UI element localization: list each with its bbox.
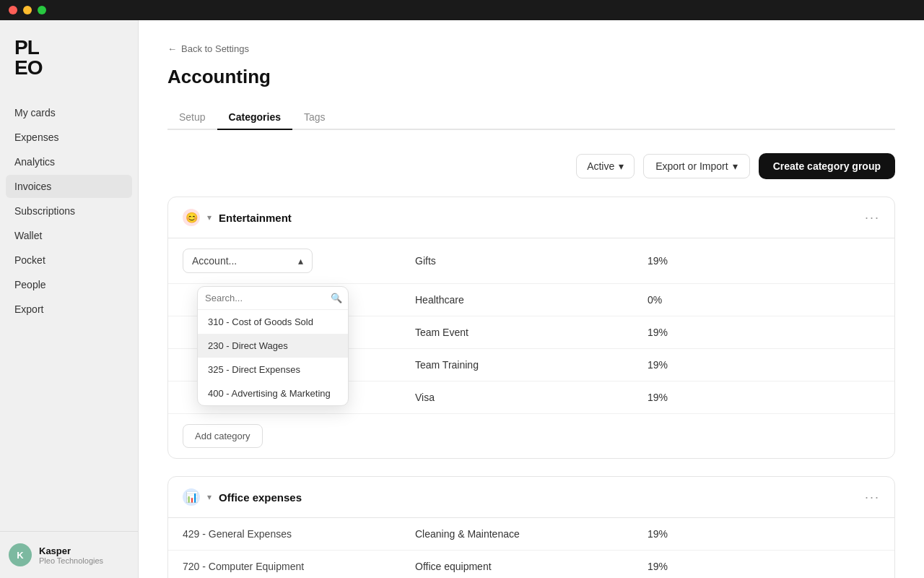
app-logo: PLEO [14,38,123,78]
toolbar: Active ▾ Export or Import ▾ Create categ… [167,153,895,179]
sidebar-item-analytics[interactable]: Analytics [6,150,132,173]
active-filter-button[interactable]: Active ▾ [576,154,635,178]
sidebar-item-invoices[interactable]: Invoices [6,175,132,198]
add-category-row: Add category [168,414,894,458]
category-row-gifts: Account... ▴ 🔍 310 - Cost of Goods Sold … [168,238,894,284]
back-arrow-icon: ← [167,43,177,54]
chevron-down-icon[interactable]: ▾ [207,492,212,502]
group-title: Office expenses [219,491,302,504]
back-link[interactable]: ← Back to Settings [167,43,895,54]
dropdown-item-400[interactable]: 400 - Advertising & Marketing [198,381,348,405]
dropdown-search-input[interactable] [205,293,326,303]
category-rate: 19% [648,255,880,267]
category-row-cleaning: 429 - General Expenses Cleaning & Mainte… [168,518,894,551]
category-group-office-expenses: 📊 ▾ Office expenses ··· 429 - General Ex… [167,476,895,578]
dropdown-item-230[interactable]: 230 - Direct Wages [198,334,348,358]
export-import-button[interactable]: Export or Import ▾ [643,154,749,178]
chevron-down-icon[interactable]: ▾ [207,212,212,223]
group-header-office: 📊 ▾ Office expenses ··· [168,477,894,518]
group-icon-entertainment: 😊 [183,209,200,226]
user-area: K Kasper Pleo Technologies [0,531,138,578]
category-rate: 19% [648,327,880,338]
chevron-down-icon: ▾ [619,160,624,172]
chevron-up-icon: ▴ [298,255,303,267]
user-company: Pleo Technologies [39,556,103,565]
account-dropdown-menu: 🔍 310 - Cost of Goods Sold 230 - Direct … [197,286,349,406]
avatar: K [9,543,32,566]
account-cell: 429 - General Expenses [183,528,415,540]
group-icon-office: 📊 [183,488,200,506]
category-name: Team Event [415,327,648,338]
sidebar-item-expenses[interactable]: Expenses [6,126,132,149]
category-name: Gifts [415,255,648,267]
tab-tags[interactable]: Tags [292,105,337,130]
category-name: Cleaning & Maintenace [415,528,648,540]
group-more-button[interactable]: ··· [865,490,880,505]
category-group-entertainment: 😊 ▾ Entertainment ··· Account... ▴ [167,197,895,459]
titlebar [0,0,924,20]
add-category-button[interactable]: Add category [183,424,263,448]
tab-setup[interactable]: Setup [167,105,217,130]
user-name: Kasper [39,545,103,556]
chevron-down-icon: ▾ [733,160,738,172]
category-name: Visa [415,392,648,403]
close-dot[interactable] [9,6,17,14]
sidebar-item-wallet[interactable]: Wallet [6,224,132,247]
user-info: Kasper Pleo Technologies [39,545,103,565]
main-content: ← Back to Settings Accounting Setup Cate… [139,0,924,578]
sidebar-item-subscriptions[interactable]: Subscriptions [6,199,132,223]
create-category-group-button[interactable]: Create category group [759,153,895,179]
sidebar-item-pocket[interactable]: Pocket [6,249,132,272]
page-title: Accounting [167,66,895,88]
category-rate: 0% [648,294,880,306]
category-table-entertainment: Account... ▴ 🔍 310 - Cost of Goods Sold … [168,238,894,458]
category-name: Team Training [415,359,648,371]
account-cell: 720 - Computer Equipment [183,561,415,572]
category-row-office-equipment: 720 - Computer Equipment Office equipmen… [168,551,894,578]
dropdown-item-325[interactable]: 325 - Direct Expenses [198,358,348,381]
category-rate: 19% [648,561,880,572]
category-rate: 19% [648,359,880,371]
dropdown-search-area: 🔍 [198,287,348,310]
nav-items: My cards Expenses Analytics Invoices Sub… [0,101,138,531]
group-more-button[interactable]: ··· [865,210,880,225]
account-dropdown-container: Account... ▴ 🔍 310 - Cost of Goods Sold … [183,249,415,273]
dropdown-item-310[interactable]: 310 - Cost of Goods Sold [198,310,348,334]
group-title: Entertainment [219,212,292,224]
sidebar-item-people[interactable]: People [6,273,132,296]
sidebar-item-my-cards[interactable]: My cards [6,101,132,124]
group-title-area: 📊 ▾ Office expenses [183,488,302,506]
sidebar-item-export[interactable]: Export [6,298,132,321]
group-title-area: 😊 ▾ Entertainment [183,209,292,226]
tabs: Setup Categories Tags [167,105,895,130]
logo-area: PLEO [0,20,138,101]
sidebar: PLEO My cards Expenses Analytics Invoice… [0,0,139,578]
category-rate: 19% [648,392,880,403]
account-select[interactable]: Account... ▴ [183,249,313,273]
maximize-dot[interactable] [38,6,46,14]
category-table-office: 429 - General Expenses Cleaning & Mainte… [168,518,894,578]
tab-categories[interactable]: Categories [217,105,292,130]
search-icon: 🔍 [331,293,342,303]
minimize-dot[interactable] [23,6,32,14]
category-name: Office equipment [415,561,648,572]
category-rate: 19% [648,528,880,540]
category-name: Healthcare [415,294,648,306]
group-header-entertainment: 😊 ▾ Entertainment ··· [168,197,894,238]
